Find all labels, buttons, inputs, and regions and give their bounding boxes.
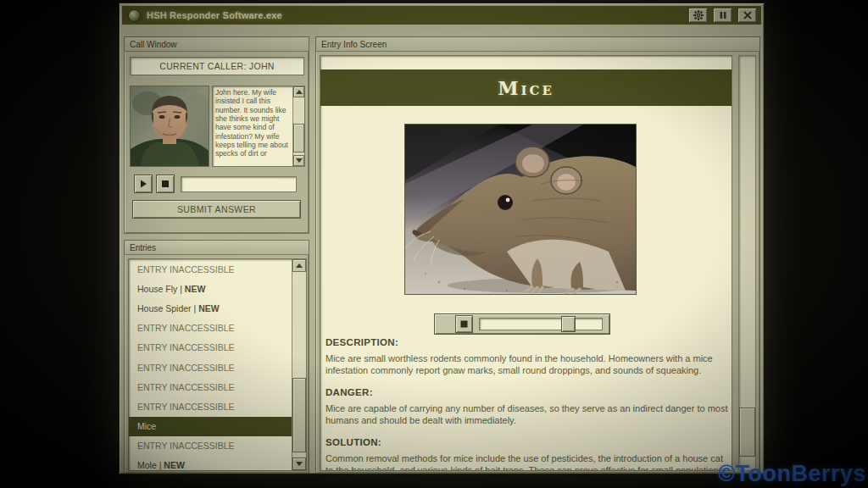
watermark: ©ToonBerrys [718,461,866,487]
caller-photo [130,86,209,167]
entry-list-item[interactable]: Mice [129,417,292,436]
entry-title-banner: Mice [320,69,732,106]
section-body: Common removal methods for mice include … [326,453,729,471]
entry-list-item[interactable]: ENTRY INACCESSIBLE [129,377,292,396]
entry-list-item[interactable]: House Fly | NEW [129,279,292,298]
arrow-down-icon [296,158,303,163]
section-body: Mice are small worthless rodents commonl… [326,353,729,376]
gear-icon [693,10,704,20]
pause-icon [719,11,727,19]
entry-info-panel: Entry Info Screen Mice [315,36,760,474]
window-title: HSH Responder Software.exe [147,10,282,20]
entry-sections: DESCRIPTION: Mice are small worthless ro… [326,337,729,471]
caller-message: John here. My wife insisted I call this … [215,88,291,166]
entry-image [404,124,637,295]
current-caller-banner: CURRENT CALLER: JOHN [130,57,304,75]
section-heading: SOLUTION: [326,437,729,447]
entries-scroll-down-button[interactable] [292,458,306,470]
slider-thumb[interactable] [561,316,576,332]
crt-background: HSH Responder Software.exe [0,0,868,488]
slider-stop-button[interactable] [455,315,473,333]
stop-icon [460,320,468,328]
pause-button[interactable] [713,8,732,23]
arrow-down-icon [296,462,303,466]
entry-info-header: Entry Info Screen [316,37,760,52]
info-scrollbar[interactable] [738,55,756,471]
entry-section: DESCRIPTION: Mice are small worthless ro… [326,337,729,376]
close-icon [743,11,752,19]
arrow-up-icon [296,90,303,94]
call-window-panel: Call Window CURRENT CALLER: JOHN [124,36,309,234]
entry-info-content: Mice [320,55,732,471]
section-heading: DANGER: [326,387,729,397]
caller-message-box: John here. My wife insisted I call this … [212,86,305,167]
image-slider [434,313,610,335]
section-body: Mice are capable of carrying any number … [326,403,729,426]
message-scroll-thumb[interactable] [293,124,304,152]
entry-list-item[interactable]: ENTRY INACCESSIBLE [129,338,292,358]
call-window-header: Call Window [125,37,309,52]
play-button[interactable] [134,175,153,193]
entry-list-item[interactable]: Mole | NEW [129,456,292,471]
entries-scrollbar[interactable] [292,259,306,470]
play-icon [139,180,147,188]
entry-section: DANGER: Mice are capable of carrying any… [326,387,729,426]
stop-icon [161,180,170,188]
entry-list-item[interactable]: ENTRY INACCESSIBLE [129,259,292,279]
audio-progress-bar [181,176,297,192]
entries-panel: Entries ENTRY INACCESSIBLE House Fly | N… [124,240,309,474]
audio-transport [134,175,297,193]
entry-list-item[interactable]: ENTRY INACCESSIBLE [129,396,292,416]
titlebar: HSH Responder Software.exe [122,6,761,25]
entry-section: SOLUTION: Common removal methods for mic… [326,437,729,471]
titlebar-buttons [688,8,757,23]
entries-scroll-thumb[interactable] [292,378,306,452]
entry-list-item[interactable]: ENTRY INACCESSIBLE [129,358,292,377]
entries-scroll-up-button[interactable] [292,259,306,272]
entry-list-item[interactable]: House Spider | NEW [129,298,292,318]
entry-list-item[interactable]: ENTRY INACCESSIBLE [129,319,292,338]
entries-rows: ENTRY INACCESSIBLE House Fly | NEW House… [129,259,292,470]
message-scroll-up-button[interactable] [293,86,304,97]
section-heading: DESCRIPTION: [326,337,729,347]
message-scroll-down-button[interactable] [293,155,304,166]
submit-answer-button[interactable]: SUBMIT ANSWER [132,200,301,219]
settings-button[interactable] [688,8,708,23]
entries-header: Entries [125,241,309,255]
close-button[interactable] [737,8,757,23]
slider-track[interactable] [479,318,603,330]
entry-list-item[interactable]: ENTRY INACCESSIBLE [129,436,292,456]
arrow-up-icon [296,263,303,268]
app-icon [128,9,141,22]
entries-list: ENTRY INACCESSIBLE House Fly | NEW House… [128,258,307,471]
info-scroll-thumb[interactable] [739,408,755,457]
stop-button[interactable] [156,175,175,193]
message-scrollbar[interactable] [292,86,304,166]
app-window: HSH Responder Software.exe [119,3,765,474]
